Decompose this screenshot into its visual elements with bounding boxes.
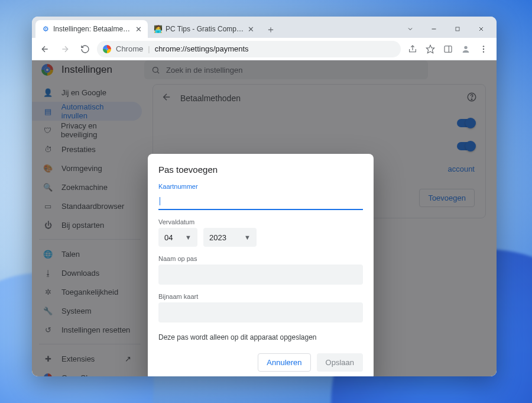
name-label: Naam op pas [158,255,363,262]
settings-content: Instellingen Zoek in de instellingen 👤Ji… [32,60,497,376]
dialog-title: Pas toevoegen [158,165,363,175]
chevron-down-icon[interactable] [398,20,422,38]
back-button[interactable] [37,41,53,57]
close-icon[interactable]: ✕ [135,25,142,34]
reload-button[interactable] [77,41,93,57]
cardholder-name-input[interactable] [158,265,363,285]
menu-icon[interactable] [475,41,492,57]
svg-point-12 [483,51,484,52]
maximize-button[interactable] [446,20,469,38]
gear-icon: ⚙ [41,25,50,33]
svg-rect-7 [445,46,452,52]
chrome-icon [103,44,111,54]
forward-button[interactable] [57,41,73,57]
url-path: chrome://settings/payments [155,44,249,53]
tab-settings-payments[interactable]: ⚙ Instellingen: Betaalmethoden ✕ [35,20,148,38]
expiry-year-select[interactable]: 2023 ▼ [203,228,257,247]
card-number-label: Kaartnummer [158,183,363,190]
url-scheme: Chrome [116,44,143,53]
favicon-icon: 🧑‍💻 [154,25,162,33]
address-bar[interactable]: Chrome | chrome://settings/payments [97,41,401,57]
card-number-input[interactable] [158,192,363,210]
expiry-label: Vervaldatum [158,218,363,225]
window-controls [398,20,493,38]
new-tab-button[interactable]: ＋ [262,21,279,38]
tab-strip: ⚙ Instellingen: Betaalmethoden ✕ 🧑‍💻 PC … [32,17,497,38]
svg-marker-6 [426,45,434,53]
side-panel-icon[interactable] [440,41,456,57]
browser-window: ⚙ Instellingen: Betaalmethoden ✕ 🧑‍💻 PC … [32,17,497,376]
tab-title: PC Tips - Gratis Computer Tips, i [166,25,244,33]
svg-point-11 [483,48,484,49]
expiry-month-select[interactable]: 04 ▼ [158,228,197,247]
svg-point-9 [464,46,467,49]
svg-rect-1 [456,27,459,31]
close-window-button[interactable] [469,20,493,38]
chevron-down-icon: ▼ [244,234,251,241]
tab-title: Instellingen: Betaalmethoden [53,25,132,33]
add-card-dialog: Pas toevoegen Kaartnummer Vervaldatum 04… [148,154,374,376]
star-icon[interactable] [422,41,439,57]
save-button[interactable]: Opslaan [317,353,363,372]
cancel-button[interactable]: Annuleren [258,353,310,372]
profile-icon[interactable] [458,41,474,57]
close-icon[interactable]: ✕ [248,25,254,34]
share-icon[interactable] [404,41,421,57]
helper-text: Deze pas wordt alleen op dit apparaat op… [158,333,363,341]
chevron-down-icon: ▼ [185,234,192,241]
toolbar: Chrome | chrome://settings/payments [32,38,497,60]
text-caret [160,197,160,205]
nickname-label: Bijnaam kaart [158,293,363,300]
svg-point-10 [483,46,484,47]
minimize-button[interactable] [422,20,446,38]
card-nickname-input[interactable] [158,302,363,323]
tab-pctips[interactable]: 🧑‍💻 PC Tips - Gratis Computer Tips, i ✕ [148,20,260,38]
